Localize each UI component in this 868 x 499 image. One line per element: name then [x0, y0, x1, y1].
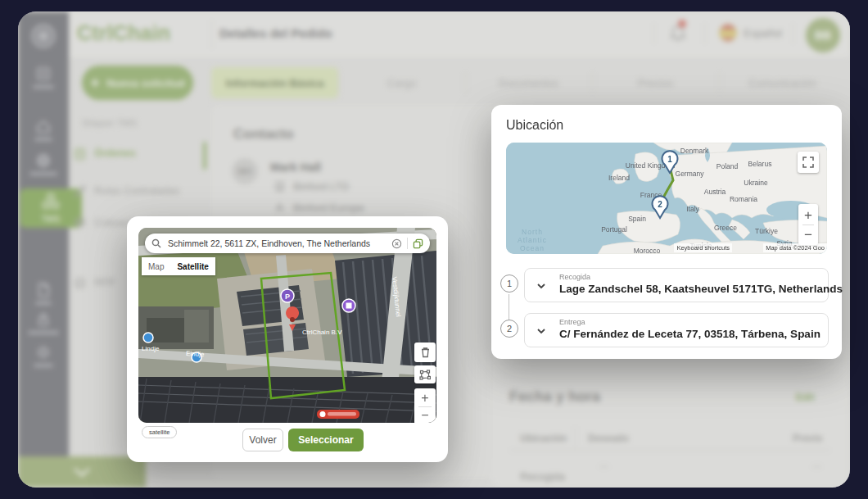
europe-map: Ireland United Kingdom Denmark Poland Be…: [506, 143, 827, 254]
settings-gear-icon[interactable]: [18, 344, 69, 367]
country-label-germany: Germany: [676, 170, 705, 178]
draw-polygon-button[interactable]: [414, 365, 436, 383]
copy-address-icon[interactable]: [413, 238, 423, 249]
delete-shape-button[interactable]: [414, 342, 436, 362]
back-button[interactable]: Volver: [242, 429, 283, 451]
transit-marker-blue-1: [143, 333, 153, 342]
delivery-address: C/ Fernández de Leceta 77, 03518, Tárben…: [559, 328, 821, 340]
overview-zoom-in-button[interactable]: +: [804, 206, 812, 225]
tab-informacion-basica[interactable]: Información Básica: [211, 67, 338, 98]
transit-badge-red: [317, 410, 359, 419]
map-type-toggle: Map Satellite: [142, 257, 215, 275]
keyboard-shortcuts-label[interactable]: Keyboard shortcuts: [674, 243, 732, 252]
sidebar-collapse-button[interactable]: [18, 456, 146, 488]
tab-cargo[interactable]: Cargo: [338, 67, 465, 98]
documents-icon[interactable]: [18, 282, 69, 305]
new-order-icon[interactable]: [18, 66, 69, 88]
contact-name: Mark Hall: [270, 161, 321, 174]
stop-connector-line: [509, 294, 509, 320]
trash-icon: [420, 347, 431, 358]
select-button[interactable]: Seleccionar: [288, 429, 364, 451]
deseado-empty-value: —: [599, 460, 608, 470]
delivery-label: Entrega: [559, 318, 585, 326]
language-selector[interactable]: Español: [744, 27, 782, 39]
expand-chevron-icon[interactable]: [536, 281, 546, 291]
search-icon: [151, 238, 161, 248]
fullscreen-icon: [802, 157, 814, 168]
previo-empty-value: —: [812, 460, 821, 470]
tms-label: TMS: [41, 214, 60, 224]
country-label-belarus: Belarus: [748, 160, 772, 168]
sidebar-item-ordenes[interactable]: Órdenes: [74, 147, 206, 160]
language-flag-icon[interactable]: [719, 24, 737, 42]
notification-badge: [678, 20, 686, 28]
nav-rail-item-tms[interactable]: TMS: [20, 188, 82, 228]
expand-chevron-icon[interactable]: [536, 326, 546, 336]
notifications-bell-icon[interactable]: [668, 23, 688, 48]
map-type-satellite-button[interactable]: Satellite: [170, 257, 215, 275]
sidebar-section-label: Shipper TMS: [82, 118, 137, 128]
address-search-input[interactable]: [166, 238, 387, 249]
pickup-address: Lage Zandschel 58, Kaatsheuvel 5171TG, N…: [559, 283, 843, 295]
pickup-label: Recogida: [559, 273, 590, 281]
satellite-chip[interactable]: satellite: [142, 426, 177, 438]
location-modal-title: Ubicación: [506, 118, 563, 133]
organization-icon: [274, 202, 285, 216]
sidebar-item-rutas-contratadas[interactable]: Rutas Contratadas: [74, 185, 206, 197]
user-avatar[interactable]: BB: [806, 18, 840, 52]
screen: TMS CtrlChain Detalles del Pedido Españo…: [0, 0, 868, 499]
poi-building-marker: [342, 299, 355, 312]
route-overview-map[interactable]: Ireland United Kingdom Denmark Poland Be…: [506, 143, 827, 254]
zoom-in-button[interactable]: +: [421, 390, 428, 406]
country-label-italy: Italy: [686, 205, 699, 213]
country-label-poland: Poland: [717, 162, 739, 170]
nav-rail: [18, 11, 69, 488]
company-building-icon: [274, 180, 285, 195]
svg-text:P: P: [285, 293, 290, 301]
lock-icon[interactable]: [18, 311, 69, 334]
country-label-spain: Spain: [628, 215, 646, 223]
column-deseado: Deseado: [588, 433, 629, 444]
tab-documentos[interactable]: Documentos: [465, 67, 592, 98]
country-label-greece: Greece: [714, 224, 737, 232]
poi-label: CtrlChain B.V: [302, 329, 342, 336]
map-type-map-button[interactable]: Map: [142, 257, 170, 275]
fullscreen-button[interactable]: [798, 152, 819, 173]
home-icon[interactable]: [18, 118, 69, 141]
instant-quote-icon: [74, 216, 86, 229]
contact-avatar: MH: [232, 158, 258, 184]
location-modal: Ubicación Ire: [491, 105, 842, 359]
delivery-address-row[interactable]: Entrega C/ Fernández de Leceta 77, 03518…: [524, 313, 829, 347]
rfp-icon: [74, 277, 86, 289]
country-label-ukraine: Ukraine: [744, 179, 768, 187]
chevron-down-icon: [71, 466, 93, 478]
parking-marker: P: [281, 289, 294, 302]
datetime-heading: Fecha y hora: [509, 388, 600, 406]
zoom-out-button[interactable]: −: [421, 407, 428, 424]
overview-zoom-out-button[interactable]: −: [804, 225, 812, 244]
column-ubicacion: Ubicación: [520, 433, 567, 444]
brand-logo-icon[interactable]: [18, 21, 69, 51]
contact-organization: Binford Europe: [293, 202, 364, 214]
tab-comunicacion[interactable]: Comunicación: [719, 67, 846, 98]
brand-wordmark: CtrlChain: [77, 21, 170, 45]
clear-search-icon[interactable]: [391, 238, 402, 249]
ocean-label-line1: North: [522, 228, 543, 236]
ocean-label-line2: Atlantic: [518, 236, 547, 244]
country-label-portugal: Portugal: [601, 225, 627, 234]
tms-cubes-icon: [40, 193, 61, 212]
new-request-button[interactable]: Nueva solicitud: [82, 66, 193, 100]
svg-text:2: 2: [658, 200, 662, 209]
edit-link[interactable]: Edit: [796, 392, 815, 403]
satellite-map[interactable]: P CtrlChain B.V Fellenoord Eindje Lindj: [138, 228, 436, 423]
map-picker-modal: P CtrlChain B.V Fellenoord Eindje Lindj: [127, 216, 448, 462]
datetime-card: [491, 365, 848, 488]
ocean-label-line3: Ocean: [520, 244, 545, 252]
tab-precios[interactable]: Precios: [592, 67, 719, 98]
column-previo: Previo: [793, 433, 823, 444]
row-recogida: Recogida: [520, 470, 565, 483]
overview-zoom-control: + −: [798, 204, 818, 245]
stop-number-2: 2: [500, 320, 518, 338]
control-panel-icon[interactable]: [18, 152, 69, 175]
pickup-address-row[interactable]: Recogida Lage Zandschel 58, Kaatsheuvel …: [524, 268, 829, 302]
